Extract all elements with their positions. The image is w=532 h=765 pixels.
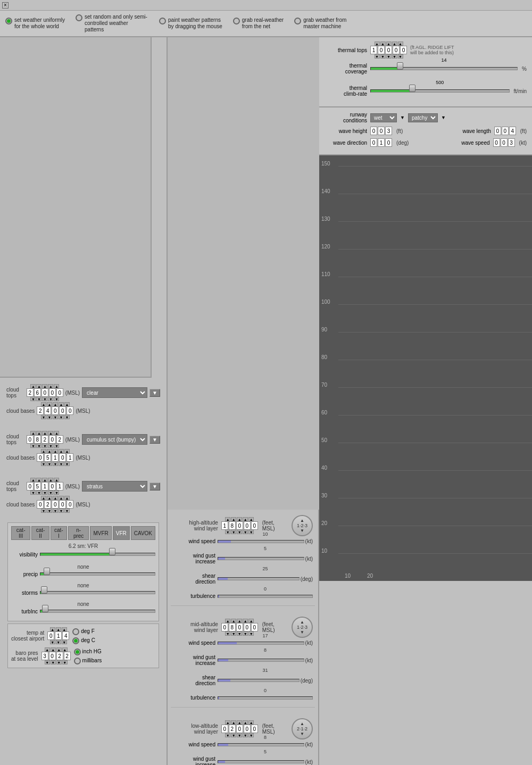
tt-up-5[interactable]: ▲ — [398, 41, 403, 46]
baro-unit-inhg[interactable]: inch HG — [74, 648, 102, 655]
radio-grab-master[interactable] — [294, 18, 301, 24]
up2-3[interactable]: ▲ — [42, 431, 47, 435]
t-dn-3[interactable]: ▼ — [62, 640, 67, 644]
mode-random[interactable]: set random and only semi-controlled weat… — [76, 14, 148, 33]
bu3-4[interactable]: ▲ — [59, 496, 64, 500]
wind-gust-high-track[interactable] — [218, 557, 304, 560]
bd3-3[interactable]: ▼ — [53, 509, 58, 513]
dn2-5[interactable]: ▼ — [54, 444, 59, 448]
b-dn-3b[interactable]: ▼ — [56, 660, 62, 664]
b-up-1-3[interactable]: ▲ — [53, 402, 58, 406]
wind-speed-mid-track[interactable] — [218, 642, 304, 645]
dn-arr-1-3[interactable]: ▼ — [42, 397, 47, 401]
wind-gust-mid-track[interactable] — [218, 659, 304, 662]
wl-up-5[interactable]: ▲ — [248, 720, 254, 725]
storms-slider[interactable] — [40, 588, 155, 597]
temp-spinbox[interactable]: ▲ ▲ ▲ 0 1 4 ▼ ▼ ▼ — [47, 627, 69, 644]
wm-up-3[interactable]: ▲ — [237, 619, 242, 623]
dn2-4[interactable]: ▼ — [48, 444, 53, 448]
up-arr-1-4[interactable]: ▲ — [48, 384, 53, 388]
bu2-2[interactable]: ▲ — [47, 449, 52, 453]
tab-cat-iii[interactable]: cat-III — [11, 526, 30, 540]
dn-arr-1-4[interactable]: ▼ — [48, 397, 53, 401]
baro-unit-mb[interactable]: millibars — [74, 657, 102, 664]
up2-5[interactable]: ▲ — [54, 431, 59, 435]
up2-2[interactable]: ▲ — [36, 431, 41, 435]
bd2-2[interactable]: ▼ — [47, 462, 52, 466]
bu2-3[interactable]: ▲ — [53, 449, 58, 453]
cloud-type-dropdown-2[interactable]: ▼ — [149, 436, 160, 444]
bu3-1[interactable]: ▲ — [41, 496, 46, 500]
runway-cond2-select[interactable]: patchy full none — [408, 113, 438, 122]
runway-cond1-select[interactable]: wet dry snow ice — [370, 113, 397, 122]
radio-degc[interactable] — [72, 637, 79, 644]
b-up-1-5[interactable]: ▲ — [64, 402, 70, 406]
bd3-4[interactable]: ▼ — [59, 509, 64, 513]
cloud-tops-spinbox-1[interactable]: ▲ ▲ ▲ ▲ ▲ 2 6 0 0 0 — [27, 384, 63, 401]
thermal-climbrate-thumb[interactable] — [409, 85, 415, 92]
mode-grab-real[interactable]: grab real-weatherfrom the net — [233, 17, 284, 30]
b-dn-1-5[interactable]: ▼ — [64, 415, 70, 419]
wl-up-3[interactable]: ▲ — [237, 720, 242, 725]
tt-up-1[interactable]: ▲ — [375, 41, 380, 46]
b-dn-1-3[interactable]: ▼ — [53, 415, 58, 419]
shear-high-track[interactable] — [218, 577, 300, 580]
b-up-1-4[interactable]: ▲ — [59, 402, 64, 406]
tab-cat-ii[interactable]: cat-II — [31, 526, 49, 540]
wl-up-1[interactable]: ▲ — [225, 720, 230, 725]
b-dn-1-1[interactable]: ▼ — [41, 415, 46, 419]
t-up-3[interactable]: ▲ — [62, 627, 67, 631]
turb-high-track[interactable] — [218, 595, 313, 598]
tab-mvfr[interactable]: MVFR — [90, 526, 111, 540]
tab-vfr[interactable]: VFR — [113, 526, 130, 540]
up2-1[interactable]: ▲ — [30, 431, 36, 435]
b-dn-2b[interactable]: ▼ — [51, 660, 56, 664]
wm-up-5[interactable]: ▲ — [248, 619, 254, 623]
precip-thumb[interactable] — [44, 568, 50, 575]
wind-speed-low-track[interactable] — [218, 743, 304, 746]
bd3-5[interactable]: ▼ — [64, 509, 70, 513]
wave-length-input[interactable]: 0 0 4 — [494, 127, 516, 135]
wind-speed-high-track[interactable] — [218, 540, 304, 543]
dn3-3[interactable]: ▼ — [42, 490, 47, 495]
up3-5[interactable]: ▲ — [54, 478, 59, 482]
storms-thumb[interactable] — [41, 586, 47, 594]
tt-up-3[interactable]: ▲ — [386, 41, 392, 46]
wl-up-2[interactable]: ▲ — [231, 720, 236, 725]
mode-paint[interactable]: paint weather patternsby dragging the mo… — [159, 17, 222, 30]
wh-up-1[interactable]: ▲ — [225, 517, 230, 521]
bd2-4[interactable]: ▼ — [59, 462, 64, 466]
tt-up-4[interactable]: ▲ — [392, 41, 397, 46]
wl-up-4[interactable]: ▲ — [243, 720, 248, 725]
tab-n-prec[interactable]: n-prec — [68, 526, 89, 540]
up-arr-1-3[interactable]: ▲ — [42, 384, 47, 388]
baro-spinbox[interactable]: ▲ ▲ ▲ ▲ 3 0 2 2 ▼ ▼ — [41, 647, 71, 664]
bd2-1[interactable]: ▼ — [41, 462, 46, 466]
bu3-2[interactable]: ▲ — [47, 496, 52, 500]
t-dn-2[interactable]: ▼ — [56, 640, 61, 644]
wave-height-input[interactable]: 0 0 3 — [370, 127, 392, 135]
close-button[interactable]: × — [2, 2, 9, 9]
thermal-tops-spinbox[interactable]: ▲ ▲ ▲ ▲ ▲ 1 0 0 0 0 ▼ ▼ — [370, 41, 407, 59]
dn3-5[interactable]: ▼ — [54, 490, 59, 495]
turbinc-slider[interactable] — [40, 607, 155, 616]
up-arr-1-2[interactable]: ▲ — [36, 384, 41, 388]
turbinc-thumb[interactable] — [42, 605, 48, 612]
shear-mid-track[interactable] — [218, 679, 300, 682]
up-arr-1-1[interactable]: ▲ — [30, 384, 36, 388]
b-up-1[interactable]: ▲ — [45, 647, 50, 652]
mode-grab-master[interactable]: grab weather frommaster machine — [294, 17, 346, 30]
wh-up-2[interactable]: ▲ — [231, 517, 236, 521]
bd3-1[interactable]: ▼ — [41, 509, 46, 513]
cloud-bases-spinbox-3[interactable]: ▲ ▲ ▲ ▲ ▲ 0 2 0 0 0 — [37, 496, 73, 513]
t-dn-1[interactable]: ▼ — [50, 640, 55, 644]
cloud-tops-spinbox-2[interactable]: ▲ ▲ ▲ ▲ ▲ 0 8 2 0 2 — [27, 431, 63, 448]
cloud-tops-spinbox-3[interactable]: ▲ ▲ ▲ ▲ ▲ 0 5 1 0 1 — [27, 478, 63, 495]
tab-cat-i[interactable]: cat-I — [51, 526, 67, 540]
wh-up-4[interactable]: ▲ — [243, 517, 248, 521]
dn3-1[interactable]: ▼ — [30, 490, 36, 495]
bd2-3[interactable]: ▼ — [53, 462, 58, 466]
temp-unit-c[interactable]: deg C — [72, 637, 95, 644]
b-up-4[interactable]: ▲ — [62, 647, 68, 652]
radio-uniform[interactable] — [5, 18, 12, 24]
